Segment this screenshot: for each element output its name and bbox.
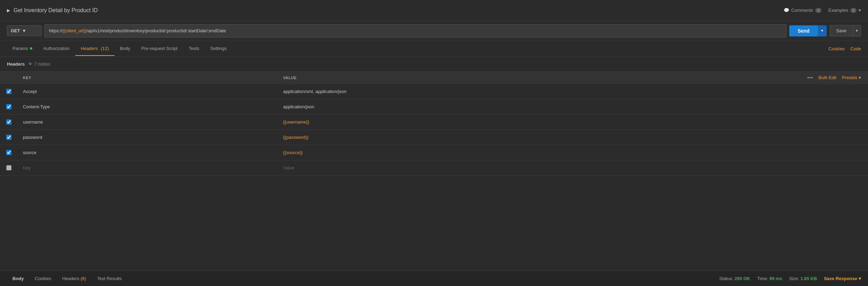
th-actions: ••• Bulk Edit Presets ▾	[807, 75, 868, 81]
tabs-bar: Params Authorization Headers (12) Body P…	[0, 41, 868, 57]
tab-body[interactable]: Body	[114, 42, 136, 56]
bottom-tab-test-results[interactable]: Test Results	[92, 272, 127, 285]
examples-count: 0	[850, 8, 857, 13]
tab-tests-label: Tests	[189, 46, 199, 51]
save-response-button[interactable]: Save Response ▾	[824, 276, 861, 281]
title-bar: ▶ Get Inventory Detail by Product ID 💬 C…	[0, 0, 868, 21]
comments-label: Comments	[791, 8, 813, 13]
comments-button[interactable]: 💬 Comments 0	[784, 8, 822, 13]
row-value-5[interactable]: Value	[278, 162, 868, 174]
tab-pre-request-label: Pre-request Script	[141, 46, 178, 51]
presets-chevron-icon: ▾	[859, 75, 861, 80]
tab-authorization-label: Authorization	[43, 46, 70, 51]
save-button-group: Save ▾	[829, 25, 861, 36]
send-button-group: Send ▾	[789, 25, 827, 36]
row-checkbox-1[interactable]	[0, 104, 17, 109]
row-checkbox-4[interactable]	[0, 150, 17, 155]
eye-icon: 👁	[28, 61, 33, 67]
row-key-5[interactable]: Key	[17, 162, 278, 174]
save-response-chevron-icon: ▾	[859, 276, 861, 281]
table-row: username {{username}}	[0, 115, 868, 130]
method-select[interactable]: GET ▾	[7, 25, 42, 36]
comments-count: 0	[815, 8, 822, 13]
params-dot-icon	[30, 47, 32, 50]
save-button[interactable]: Save	[830, 25, 853, 36]
tab-settings[interactable]: Settings	[205, 42, 232, 56]
size-label: Size: 1.65 KB	[789, 276, 817, 281]
row-value-2[interactable]: {{username}}	[278, 116, 868, 128]
row-value-3[interactable]: {{password}}	[278, 131, 868, 143]
checkbox-5[interactable]	[6, 165, 11, 170]
row-key-2[interactable]: username	[17, 116, 278, 128]
more-options-icon[interactable]: •••	[807, 75, 813, 81]
table-header: KEY VALUE ••• Bulk Edit Presets ▾	[0, 72, 868, 84]
examples-chevron-icon: ▾	[859, 8, 861, 13]
url-variable: {{client_url}}	[62, 28, 86, 33]
hidden-badge: 👁 7 hidden	[28, 61, 50, 67]
tab-body-label: Body	[120, 46, 130, 51]
checkbox-3[interactable]	[6, 135, 11, 140]
th-key: KEY	[17, 76, 278, 80]
save-dropdown-button[interactable]: ▾	[853, 25, 861, 36]
url-bar: GET ▾ https://{{client_url}}/api/v1/rest…	[0, 21, 868, 41]
checkbox-4[interactable]	[6, 150, 11, 155]
cookies-link[interactable]: Cookies	[828, 46, 845, 51]
code-link[interactable]: Code	[850, 46, 861, 51]
hidden-count: 7 hidden	[34, 62, 50, 67]
status-value: 200 OK	[734, 276, 750, 281]
tab-pre-request-script[interactable]: Pre-request Script	[136, 42, 183, 56]
bottom-tabs-bar: Body Cookies Headers (8) Test Results St…	[0, 271, 868, 286]
tab-settings-label: Settings	[210, 46, 227, 51]
url-prefix: https://	[49, 28, 62, 33]
table-row: Key Value	[0, 160, 868, 176]
size-value: 1.65 KB	[800, 276, 817, 281]
tab-authorization[interactable]: Authorization	[38, 42, 75, 56]
send-dropdown-button[interactable]: ▾	[818, 25, 827, 36]
headers-rows-container: Accept application/xml, application/json…	[0, 84, 868, 176]
time-label: Time: 99 ms	[757, 276, 782, 281]
row-checkbox-0[interactable]	[0, 89, 17, 94]
bottom-tabs-left: Body Cookies Headers (8) Test Results	[7, 272, 127, 285]
tab-headers[interactable]: Headers (12)	[75, 42, 114, 56]
examples-label: Examples	[828, 8, 848, 13]
tab-params[interactable]: Params	[7, 42, 38, 56]
row-key-3[interactable]: password	[17, 131, 278, 143]
row-checkbox-5[interactable]	[0, 165, 17, 170]
tab-tests[interactable]: Tests	[183, 42, 205, 56]
presets-button[interactable]: Presets ▾	[842, 75, 861, 80]
row-value-4[interactable]: {{source}}	[278, 146, 868, 159]
method-label: GET	[11, 28, 20, 33]
checkbox-1[interactable]	[6, 104, 11, 109]
row-value-0[interactable]: application/xml, application/json	[278, 85, 868, 98]
expand-arrow-icon[interactable]: ▶	[7, 8, 10, 13]
row-value-1[interactable]: application/json	[278, 101, 868, 113]
checkbox-2[interactable]	[6, 119, 11, 125]
presets-label: Presets	[842, 75, 857, 80]
table-row: source {{source}}	[0, 145, 868, 160]
title-left: ▶ Get Inventory Detail by Product ID	[7, 7, 98, 14]
table-row: Accept application/xml, application/json	[0, 84, 868, 99]
bulk-edit-button[interactable]: Bulk Edit	[819, 75, 836, 80]
bottom-tab-body[interactable]: Body	[7, 272, 29, 285]
bottom-tab-headers[interactable]: Headers (8)	[57, 272, 92, 285]
table-row: password {{password}}	[0, 130, 868, 145]
bottom-headers-count: (8)	[80, 276, 86, 281]
checkbox-0[interactable]	[6, 89, 11, 94]
row-checkbox-2[interactable]	[0, 119, 17, 125]
status-label: Status: 200 OK	[719, 276, 750, 281]
table-row: Content-Type application/json	[0, 99, 868, 115]
row-key-4[interactable]: source	[17, 146, 278, 159]
examples-button[interactable]: Examples 0 ▾	[828, 8, 861, 13]
time-value: 99 ms	[769, 276, 782, 281]
bottom-tab-cookies[interactable]: Cookies	[29, 272, 57, 285]
bottom-headers-label: Headers	[62, 276, 79, 281]
tab-headers-label: Headers	[81, 46, 98, 51]
url-suffix: /api/v1/rest/product/inventory/productid…	[86, 28, 226, 33]
method-chevron-icon: ▾	[23, 28, 25, 33]
url-display[interactable]: https://{{client_url}}/api/v1/rest/produ…	[44, 24, 786, 37]
send-button[interactable]: Send	[789, 25, 818, 36]
row-checkbox-3[interactable]	[0, 135, 17, 140]
row-key-1[interactable]: Content-Type	[17, 101, 278, 113]
row-key-0[interactable]: Accept	[17, 85, 278, 98]
save-response-label: Save Response	[824, 276, 857, 281]
